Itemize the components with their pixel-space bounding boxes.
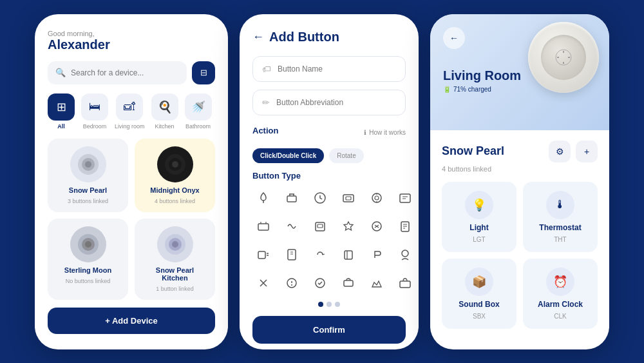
- thermostat-inner-svg: [554, 48, 573, 67]
- back-row: ← Add Button: [252, 30, 406, 44]
- device-card-midnight-onyx[interactable]: Midnight Onyx 4 buttons linked: [135, 139, 215, 212]
- greeting-small: Good morning,: [48, 30, 215, 37]
- linked-card-alarm-clock[interactable]: ⏰ Alarm Clock CLK: [523, 259, 598, 329]
- detail-header: ← Living Room 🔋 71% charged: [430, 14, 609, 130]
- svg-point-5: [172, 161, 178, 168]
- icon-cell-4[interactable]: [366, 187, 388, 209]
- linked-code-light: LGT: [473, 236, 485, 243]
- cat-icon-bedroom: 🛏: [81, 93, 108, 121]
- cat-icon-living: 🛋: [116, 93, 143, 121]
- page-title: Add Button: [269, 30, 339, 44]
- header-left: ← Living Room 🔋 71% charged: [443, 27, 521, 93]
- confirm-button[interactable]: Confirm: [252, 316, 406, 344]
- cat-label-bathroom: Bathroom: [185, 123, 211, 130]
- icon-cell-7[interactable]: [281, 215, 303, 237]
- action-label: Action: [252, 126, 278, 135]
- battery-icon: 🔋: [443, 86, 451, 93]
- svg-rect-19: [346, 197, 351, 200]
- svg-point-21: [375, 196, 379, 200]
- button-name-field[interactable]: 🏷: [252, 56, 406, 82]
- info-icon: ℹ: [364, 129, 366, 136]
- svg-rect-39: [258, 251, 265, 259]
- linked-code-thermostat: THT: [554, 236, 566, 243]
- action-rotate[interactable]: Rotate: [329, 148, 363, 163]
- icon-cell-18[interactable]: [252, 272, 274, 294]
- icon-cell-9[interactable]: [337, 215, 359, 237]
- category-all[interactable]: ⊞ All: [48, 93, 75, 130]
- icon-cell-11[interactable]: [394, 215, 416, 237]
- linked-card-sound-box[interactable]: 📦 Sound Box SBX: [442, 259, 516, 329]
- room-info: Living Room 🔋 71% charged: [443, 49, 521, 93]
- svg-rect-52: [344, 280, 353, 286]
- linked-card-thermostat[interactable]: 🌡 Thermostat THT: [523, 182, 598, 252]
- icon-cell-10[interactable]: [366, 215, 388, 237]
- filter-button[interactable]: ⊟: [192, 61, 215, 84]
- icon-cell-1[interactable]: [281, 187, 303, 209]
- search-icon: 🔍: [55, 68, 66, 77]
- icon-cell-6[interactable]: [252, 215, 274, 237]
- button-name-input[interactable]: [278, 64, 396, 74]
- svg-rect-53: [400, 281, 410, 288]
- icon-cell-17[interactable]: [394, 244, 416, 266]
- icon-cell-12[interactable]: [252, 244, 274, 266]
- gear-icon: ⚙: [556, 146, 564, 157]
- device-card-snow-pearl-kitchen[interactable]: Snow Pearl Kitchen 1 button linked: [135, 219, 215, 300]
- svg-point-2: [85, 161, 91, 168]
- search-input[interactable]: [71, 68, 179, 77]
- phone-device-detail: ← Living Room 🔋 71% charged: [430, 14, 609, 349]
- icon-cell-0[interactable]: [252, 187, 274, 209]
- category-living[interactable]: 🛋 Living room: [115, 93, 145, 130]
- category-kitchen[interactable]: 🍳 Kitchen: [151, 93, 178, 130]
- icon-cell-19[interactable]: [281, 272, 303, 294]
- device-card-sterling-moon[interactable]: Sterling Moon No buttons linked: [48, 219, 128, 300]
- svg-rect-31: [317, 224, 323, 228]
- icon-cell-8[interactable]: [309, 215, 331, 237]
- battery-text: 71% charged: [453, 86, 491, 93]
- icon-cell-14[interactable]: [309, 244, 331, 266]
- thermostat-visual: [528, 22, 599, 93]
- search-row: 🔍 ⊟: [48, 61, 215, 84]
- button-type-label: Button Type: [252, 171, 406, 181]
- linked-code-alarm-clock: CLK: [554, 313, 566, 320]
- icon-cell-21[interactable]: [337, 272, 359, 294]
- add-button[interactable]: +: [576, 141, 598, 162]
- svg-rect-45: [345, 251, 352, 259]
- button-abbr-field[interactable]: ✏: [252, 90, 406, 115]
- add-device-button[interactable]: + Add Device: [48, 308, 215, 334]
- device-name-snow-pearl-kitchen: Snow Pearl Kitchen: [142, 266, 207, 282]
- linked-grid: 💡 Light LGT 🌡 Thermostat THT 📦 Sound Box…: [442, 182, 598, 329]
- button-abbr-input[interactable]: [276, 98, 396, 107]
- cat-icon-bathroom: 🚿: [185, 93, 212, 121]
- linked-name-alarm-clock: Alarm Clock: [538, 300, 583, 309]
- icon-cell-13[interactable]: [281, 244, 303, 266]
- icon-cell-15[interactable]: [337, 244, 359, 266]
- search-box[interactable]: 🔍: [48, 61, 187, 84]
- phone-device-list: Good morning, Alexander 🔍 ⊟ ⊞ All 🛏 Bedr…: [35, 14, 228, 349]
- device-sub-sterling-moon: No buttons linked: [66, 278, 111, 284]
- action-row: Action ℹ How it works: [252, 123, 406, 142]
- action-click-double-click[interactable]: Click/Double Click: [252, 148, 324, 163]
- device-title-row: Snow Pearl ⚙ +: [442, 141, 598, 162]
- linked-card-light[interactable]: 💡 Light LGT: [442, 182, 516, 252]
- tag-icon: 🏷: [262, 64, 271, 74]
- device-card-snow-pearl[interactable]: Snow Pearl 3 buttons linked: [48, 139, 128, 212]
- icon-cell-22[interactable]: [366, 272, 388, 294]
- icon-cell-5[interactable]: [394, 187, 416, 209]
- icon-cell-2[interactable]: [309, 187, 331, 209]
- greeting-name: Alexander: [48, 37, 215, 52]
- icon-cell-23[interactable]: [394, 272, 416, 294]
- icon-cell-20[interactable]: [309, 272, 331, 294]
- linked-name-thermostat: Thermostat: [539, 223, 581, 232]
- icon-cell-16[interactable]: [366, 244, 388, 266]
- how-it-works[interactable]: ℹ How it works: [364, 129, 406, 136]
- back-arrow-icon[interactable]: ←: [252, 30, 264, 44]
- svg-rect-13: [287, 196, 296, 202]
- category-bedroom[interactable]: 🛏 Bedroom: [81, 93, 108, 130]
- linked-icon-light: 💡: [465, 191, 493, 219]
- category-bathroom[interactable]: 🚿 Bathroom: [185, 93, 212, 130]
- thermostat-inner: [541, 35, 586, 80]
- svg-rect-42: [288, 250, 296, 260]
- back-button[interactable]: ←: [443, 27, 465, 49]
- icon-cell-3[interactable]: [337, 187, 359, 209]
- settings-button[interactable]: ⚙: [549, 141, 571, 162]
